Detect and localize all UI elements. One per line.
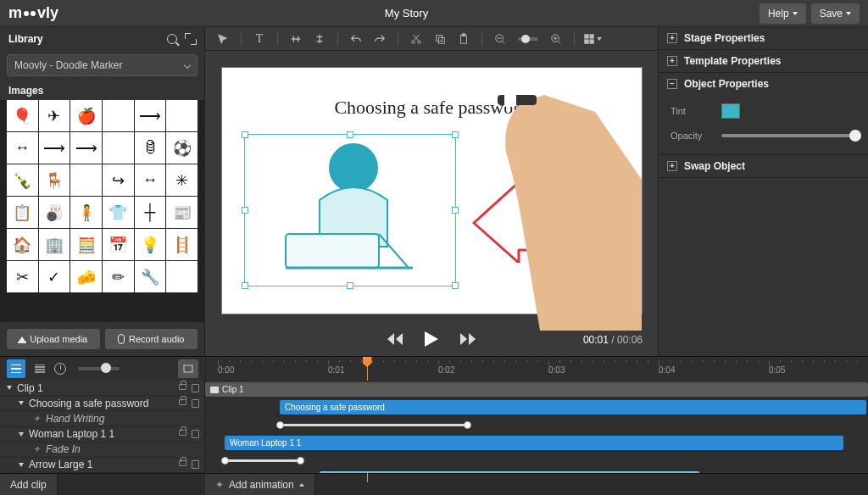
search-icon[interactable]: [167, 34, 177, 44]
timeline-zoom-slider[interactable]: [78, 367, 120, 370]
library-item[interactable]: 🎳: [39, 197, 70, 228]
library-selector[interactable]: Moovly - Doodle Marker: [7, 54, 198, 76]
align-vertical-tool[interactable]: [310, 30, 329, 48]
tint-swatch[interactable]: [721, 103, 740, 119]
library-item[interactable]: 👕: [103, 197, 134, 228]
trash-icon[interactable]: [192, 399, 199, 408]
cut-button[interactable]: [407, 30, 426, 48]
library-item[interactable]: [103, 132, 134, 164]
trash-icon[interactable]: [192, 430, 199, 438]
swap-object-header[interactable]: + Swap Object: [659, 155, 868, 177]
library-item[interactable]: [70, 164, 102, 196]
layout-button[interactable]: [583, 30, 602, 48]
add-clip-button[interactable]: Add clip: [0, 474, 58, 496]
lock-icon[interactable]: [179, 399, 186, 405]
text-tool[interactable]: T: [250, 30, 269, 48]
lock-icon[interactable]: [179, 384, 186, 390]
library-item[interactable]: 🧀: [70, 261, 102, 292]
upload-media-button[interactable]: Upload media: [7, 329, 100, 349]
timeline-clip[interactable]: Woman Laptop 1 1: [225, 436, 843, 450]
timeline-tree-row[interactable]: ✦Fade In: [0, 442, 204, 458]
library-item[interactable]: [166, 100, 198, 131]
animation-range[interactable]: [225, 459, 301, 462]
resize-handle[interactable]: [242, 282, 248, 289]
library-item[interactable]: ┼: [135, 197, 166, 228]
resize-handle[interactable]: [242, 207, 248, 214]
library-item[interactable]: ✂: [7, 261, 38, 292]
library-item[interactable]: ↔: [7, 132, 38, 164]
trash-icon[interactable]: [192, 384, 199, 392]
library-item[interactable]: 🛢: [135, 132, 166, 164]
timeline-clip[interactable]: Clip 1: [205, 382, 868, 397]
timeline-ruler[interactable]: 0:000:010:020:030:040:050:06: [205, 357, 868, 381]
resize-handle[interactable]: [452, 207, 459, 214]
library-item[interactable]: 🧍: [70, 197, 102, 228]
library-item[interactable]: 🎈: [7, 100, 38, 131]
library-item[interactable]: [166, 261, 198, 292]
library-item[interactable]: 💡: [135, 229, 166, 260]
record-audio-button[interactable]: Record audio: [105, 329, 198, 349]
save-button[interactable]: Save: [811, 3, 860, 24]
help-button[interactable]: Help: [760, 3, 806, 24]
opacity-slider[interactable]: [721, 134, 856, 137]
trash-icon[interactable]: [192, 460, 199, 469]
zoom-out-button[interactable]: [491, 30, 509, 48]
library-item[interactable]: ↔: [135, 164, 166, 196]
library-item[interactable]: 🪜: [166, 229, 198, 260]
library-item[interactable]: 📋: [7, 197, 38, 228]
animation-range[interactable]: [280, 424, 468, 426]
play-button[interactable]: [425, 331, 438, 349]
library-item[interactable]: ⟶: [39, 132, 70, 164]
library-item[interactable]: ↪: [103, 164, 134, 196]
copy-button[interactable]: [431, 30, 449, 48]
resize-handle[interactable]: [452, 282, 459, 289]
resize-handle[interactable]: [242, 131, 248, 138]
library-item[interactable]: 🔧: [135, 261, 166, 292]
timeline-tree-row[interactable]: Arrow Large 1: [0, 458, 204, 473]
template-properties-header[interactable]: + Template Properties: [659, 50, 868, 72]
add-animation-button[interactable]: ✦ Add animation: [205, 474, 315, 496]
object-properties-header[interactable]: − Object Properties: [659, 73, 868, 95]
library-item[interactable]: ⚽: [166, 132, 198, 164]
timeline-tree-row[interactable]: Woman Laptop 1 1: [0, 427, 204, 442]
library-item[interactable]: [103, 100, 134, 131]
timeline-tree-row[interactable]: Clip 1: [0, 381, 204, 396]
forward-button[interactable]: [460, 333, 476, 348]
lock-icon[interactable]: [179, 460, 186, 466]
timeline-frame-button[interactable]: [178, 359, 198, 378]
timeline-view-list[interactable]: [7, 359, 25, 378]
stage-properties-header[interactable]: + Stage Properties: [659, 27, 868, 49]
align-horizontal-tool[interactable]: [287, 30, 305, 48]
zoom-in-button[interactable]: [547, 30, 565, 48]
library-item[interactable]: 🏠: [7, 229, 38, 260]
library-item[interactable]: ✏: [103, 261, 134, 292]
library-item[interactable]: ⟶: [135, 100, 166, 131]
timeline-tree-row[interactable]: ✦Hand Writing: [0, 411, 204, 426]
timeline-clip[interactable]: Arrow Large 1: [320, 471, 699, 473]
library-item[interactable]: ✈: [39, 100, 70, 131]
stage-zoom-slider[interactable]: [518, 37, 538, 41]
rewind-button[interactable]: [387, 333, 403, 348]
timeline-view-compact[interactable]: [31, 359, 49, 378]
selection-box[interactable]: [244, 134, 456, 286]
expand-icon[interactable]: [186, 34, 196, 44]
library-item[interactable]: 🏢: [39, 229, 70, 260]
redo-button[interactable]: [370, 30, 389, 48]
paste-button[interactable]: [454, 30, 473, 48]
timeline-tree-row[interactable]: Choosing a safe password: [0, 396, 204, 411]
pointer-tool[interactable]: [214, 30, 232, 48]
library-item[interactable]: 📅: [103, 229, 134, 260]
timeline-clip[interactable]: Choosing a safe password: [280, 400, 866, 414]
library-item[interactable]: ✓: [39, 261, 70, 292]
resize-handle[interactable]: [347, 282, 353, 289]
library-item[interactable]: 🪑: [39, 164, 70, 196]
undo-button[interactable]: [347, 30, 365, 48]
library-item[interactable]: ✳: [166, 164, 198, 196]
timeline-tracks[interactable]: Clip 1Choosing a safe passwordWoman Lapt…: [205, 381, 868, 473]
library-item[interactable]: 🍎: [70, 100, 102, 131]
library-item[interactable]: 🍾: [7, 164, 38, 196]
library-item[interactable]: 🧮: [70, 229, 102, 260]
lock-icon[interactable]: [179, 430, 186, 436]
resize-handle[interactable]: [347, 131, 353, 138]
stage-canvas[interactable]: Choosing a safe password: [222, 68, 642, 314]
